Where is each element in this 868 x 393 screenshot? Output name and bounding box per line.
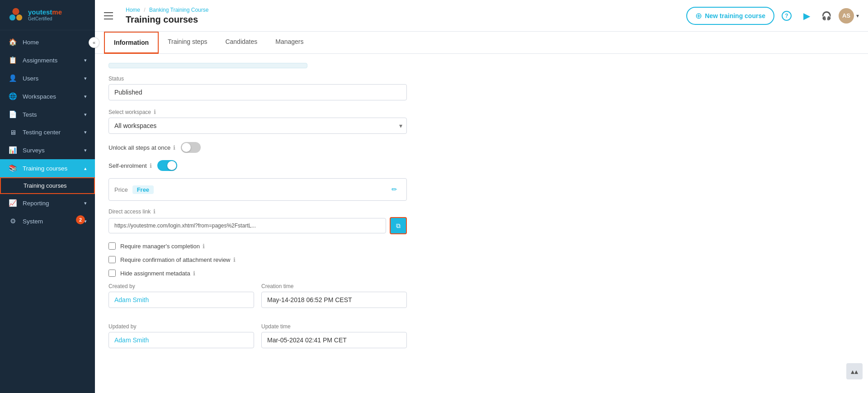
scroll-top-button[interactable]: ▴▴: [846, 363, 863, 379]
price-edit-button[interactable]: ✏: [387, 183, 401, 196]
copy-icon: ⧉: [396, 222, 401, 230]
chevron-down-icon: ▾: [84, 147, 87, 153]
require-attachment-row: Require confirmation of attachment revie…: [108, 256, 407, 263]
require-attachment-label: Require confirmation of attachment revie…: [120, 256, 236, 263]
avatar: AS: [839, 8, 854, 24]
created-by-input: [108, 292, 254, 308]
tab-training-steps[interactable]: Training steps: [159, 32, 216, 54]
copy-link-button[interactable]: ⧉: [390, 217, 407, 234]
form-area: Status Select workspace ℹ All workspaces…: [95, 54, 420, 365]
logo-icon: [7, 6, 24, 24]
chevron-down-icon: ▾: [84, 129, 87, 135]
require-manager-info-icon: ℹ: [203, 243, 205, 250]
sidebar-nav: 🏠 Home 📋 Assignments ▾ 👤 Users ▾ 🌐 Works…: [0, 30, 95, 393]
direct-access-info-icon: ℹ: [153, 208, 156, 215]
sidebar-item-label: System: [23, 218, 43, 225]
workspace-info-icon: ℹ: [154, 109, 156, 115]
breadcrumb-home-link[interactable]: Home: [126, 7, 140, 13]
updated-by-label: Updated by: [108, 323, 254, 330]
sidebar-item-assignments[interactable]: 📋 Assignments ▾: [0, 51, 95, 69]
new-training-course-button[interactable]: ⊕ New training course: [686, 7, 774, 25]
brand-name: youtestme: [28, 9, 62, 16]
sidebar-item-testing-center[interactable]: 🖥 Testing center ▾: [0, 123, 95, 141]
sidebar-item-label: Assignments: [23, 57, 57, 64]
main-wrapper: Home / Banking Training Course Training …: [95, 0, 868, 393]
logo-text: youtestme GetCertified: [28, 9, 62, 21]
price-label: Price: [114, 186, 128, 193]
created-by-group: Created by: [108, 283, 254, 308]
status-input[interactable]: [108, 84, 407, 100]
course-name-field-top: [108, 63, 307, 68]
require-manager-label: Require manager's completion ℹ: [120, 243, 205, 250]
unlock-label: Unlock all steps at once ℹ: [108, 144, 175, 151]
chevron-down-icon: ▾: [84, 112, 87, 118]
sidebar-item-label: Workspaces: [23, 93, 56, 100]
breadcrumb-separator: /: [144, 7, 145, 13]
brand-tagline: GetCertified: [28, 16, 62, 21]
creation-time-label: Creation time: [261, 283, 407, 289]
sidebar-item-training-courses[interactable]: 📚 Training courses ▴: [0, 159, 95, 177]
sidebar-item-tests[interactable]: 📄 Tests ▾: [0, 105, 95, 123]
require-attachment-checkbox[interactable]: [108, 256, 116, 263]
sidebar-item-surveys[interactable]: 📊 Surveys ▾: [0, 141, 95, 159]
chevron-down-icon: ▾: [84, 76, 87, 81]
link-row: ⧉: [108, 217, 407, 234]
home-icon: 🏠: [8, 38, 17, 46]
sidebar-item-label: Surveys: [23, 147, 45, 154]
unlock-toggle-row: Unlock all steps at once ℹ: [108, 142, 407, 153]
svg-point-0: [12, 8, 19, 15]
tab-candidates[interactable]: Candidates: [216, 32, 266, 54]
workspace-select[interactable]: All workspaces Default workspace: [108, 118, 407, 134]
hamburger-button[interactable]: [104, 8, 119, 24]
sidebar-item-users[interactable]: 👤 Users ▾: [0, 69, 95, 87]
chevron-up-icon: ▴▴: [851, 367, 858, 376]
sidebar-item-label: Home: [23, 39, 39, 46]
workspace-label: Select workspace ℹ: [108, 109, 407, 115]
svg-point-2: [16, 14, 22, 20]
system-icon: ⚙: [8, 217, 17, 225]
sidebar-item-reporting[interactable]: 📈 Reporting ▾: [0, 194, 95, 212]
sidebar-item-workspaces[interactable]: 🌐 Workspaces ▾: [0, 87, 95, 105]
tab-label: Training steps: [168, 38, 207, 45]
header-actions: ⊕ New training course ? ▶ 🎧 AS ▾: [686, 7, 859, 25]
unlock-toggle[interactable]: [181, 142, 201, 153]
sidebar-item-home[interactable]: 🏠 Home: [0, 33, 95, 51]
tab-label: Managers: [275, 38, 303, 45]
require-manager-row: Require manager's completion ℹ: [108, 242, 407, 250]
direct-access-group: Direct access link ℹ ⧉: [108, 208, 407, 234]
self-enrolment-toggle-row: Self-enrolment ℹ: [108, 160, 407, 171]
tab-information[interactable]: Information: [104, 32, 159, 54]
reporting-icon: 📈: [8, 199, 17, 207]
update-time-label: Update time: [261, 323, 407, 330]
tab-managers[interactable]: Managers: [266, 32, 312, 54]
hide-metadata-checkbox[interactable]: [108, 270, 116, 277]
self-enrolment-label: Self-enrolment ℹ: [108, 162, 152, 169]
sidebar-collapse-toggle[interactable]: «: [89, 37, 99, 48]
sidebar-subitem-training-courses[interactable]: Training courses: [0, 177, 95, 194]
svg-point-1: [9, 14, 15, 20]
logo-area: youtestme GetCertified: [0, 0, 95, 30]
testing-center-icon: 🖥: [8, 128, 17, 136]
workspace-select-wrap: All workspaces Default workspace ▾: [108, 118, 407, 134]
require-manager-checkbox[interactable]: [108, 242, 116, 250]
hide-metadata-info-icon: ℹ: [193, 270, 195, 277]
avatar-area[interactable]: AS ▾: [839, 8, 859, 24]
self-enrolment-toggle[interactable]: [157, 160, 177, 171]
hamburger-line: [104, 15, 113, 16]
direct-access-input[interactable]: [108, 218, 386, 233]
direct-access-label: Direct access link ℹ: [108, 208, 407, 215]
sidebar: youtestme GetCertified 🏠 Home 📋 Assignme…: [0, 0, 95, 393]
sidebar-subitem-label: Training courses: [24, 182, 67, 189]
help-button[interactable]: ?: [779, 8, 794, 24]
new-course-label: New training course: [705, 12, 765, 19]
tabs-bar: Information Training steps Candidates Ma…: [95, 32, 868, 54]
play-button[interactable]: ▶: [799, 8, 814, 24]
avatar-chevron-icon: ▾: [856, 13, 859, 19]
sidebar-item-label: Tests: [23, 111, 37, 118]
audit-fields: Created by Creation time Updated by Upda…: [108, 283, 407, 356]
workspace-group: Select workspace ℹ All workspaces Defaul…: [108, 109, 407, 134]
headset-button[interactable]: 🎧: [819, 8, 834, 24]
breadcrumb-current-link[interactable]: Banking Training Course: [149, 7, 208, 13]
price-row: Price Free ✏: [108, 178, 407, 201]
users-icon: 👤: [8, 74, 17, 82]
